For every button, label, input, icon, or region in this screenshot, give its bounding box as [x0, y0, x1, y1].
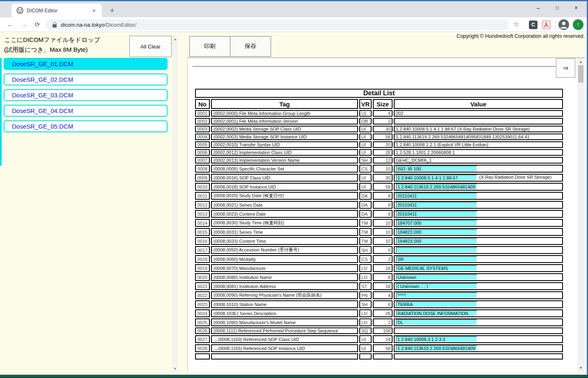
value-input[interactable] — [396, 202, 477, 208]
row-size: 12 — [373, 157, 393, 164]
row-tag: (0002,0000) File Meta Information Group … — [211, 110, 358, 117]
row-size: 2 — [373, 255, 393, 263]
value-input[interactable] — [396, 247, 477, 253]
row-no: 0006 — [195, 149, 210, 156]
row-size: 8 — [373, 210, 393, 218]
new-tab-button[interactable]: + — [107, 5, 117, 16]
table-row: 0014(0008,0030) Study Time (検査時刻)TM10 — [195, 219, 563, 227]
back-icon[interactable]: ← — [5, 19, 16, 30]
detail-table: Detail List NoTagVRSizeValue 0001(0002,0… — [194, 88, 564, 361]
table-row: 0002(0002,0001) File Meta Information Ve… — [195, 118, 563, 124]
tab-close-icon[interactable]: × — [90, 7, 98, 14]
row-vr: TM — [359, 237, 372, 245]
row-size: 10 — [373, 228, 393, 236]
value-input[interactable] — [396, 345, 477, 351]
value-input[interactable] — [396, 336, 477, 342]
row-vr: UI — [359, 174, 372, 182]
all-clear-button[interactable]: All Clear — [129, 36, 172, 57]
column-header: Tag — [211, 99, 358, 109]
value-input[interactable] — [396, 238, 477, 244]
value-input[interactable] — [396, 292, 477, 298]
file-item[interactable]: DoseSR_GE_04.DCM — [4, 105, 168, 117]
forward-icon[interactable]: → — [19, 19, 30, 30]
maximize-button[interactable]: □ — [548, 1, 567, 15]
row-size: 106 — [373, 327, 393, 334]
value-input[interactable] — [396, 175, 477, 181]
close-button[interactable]: × — [567, 1, 586, 15]
row-tag: (0002,0010) Transfer Syntax UID — [211, 141, 358, 148]
lock-icon[interactable] — [53, 22, 57, 28]
row-tag: (0008,1090) Manufacturer's Model Name — [211, 318, 358, 326]
value-input[interactable] — [396, 274, 477, 280]
sidebar-scrollbar[interactable]: ▲ ▼ — [172, 36, 178, 372]
row-vr: LO — [359, 318, 372, 326]
address-bar[interactable]: dicom.na-na.tokyo/DicomEditor/ — [46, 19, 509, 30]
profile-avatar-icon[interactable] — [558, 19, 569, 30]
row-no: 0010 — [195, 183, 210, 191]
value-input[interactable] — [396, 229, 477, 235]
print-button[interactable]: 印刷 — [189, 36, 230, 57]
value-input[interactable] — [396, 193, 477, 199]
reload-icon[interactable]: ⟳ — [32, 19, 43, 30]
row-value: 1.2.840.10008.1.2.1 (Explicit VR Little … — [394, 141, 563, 148]
row-tag: (0008,0070) Manufacturer — [211, 264, 358, 272]
window-bottom-border — [0, 375, 588, 378]
value-input[interactable] — [396, 319, 477, 325]
row-size: 4 — [373, 110, 393, 117]
row-vr: UI — [359, 141, 372, 148]
extension-c-icon[interactable]: C — [529, 21, 537, 29]
scroll-down-icon[interactable]: ▼ — [577, 366, 584, 370]
row-no: 0003 — [195, 126, 210, 132]
row-value — [394, 183, 563, 191]
panel-scrollbar[interactable]: ▲ ▼ — [577, 58, 584, 372]
value-input[interactable] — [396, 220, 477, 226]
row-tag: →(0008,1155) Referenced SOP Instance UID — [211, 344, 358, 352]
browser-tab-strip: DICOM Editor × + – □ × — [0, 1, 588, 17]
table-row: 0016(0008,0033) Content TimeTM10 — [195, 237, 563, 245]
value-input[interactable] — [396, 166, 477, 172]
file-item[interactable]: DoseSR_GE_05.DCM — [4, 120, 168, 132]
value-input[interactable] — [396, 265, 477, 271]
value-input[interactable] — [396, 310, 477, 316]
value-input[interactable] — [396, 184, 477, 190]
row-tag: (0008,0021) Series Date — [211, 201, 358, 209]
value-input[interactable] — [396, 301, 477, 307]
table-row: 0007(0002,0013) Implementation Version N… — [195, 157, 563, 164]
row-tag: (0008,1010) Station Name — [211, 300, 358, 308]
file-item[interactable]: DoseSR_GE_01.DCM — [4, 58, 168, 70]
table-row: 0012(0008,0021) Series DateDA8 — [195, 201, 563, 209]
url-text[interactable]: dicom.na-na.tokyo/DicomEditor/ — [61, 22, 136, 28]
row-value: 202 — [394, 110, 563, 117]
row-tag: (0008,0005) Specific Character Set — [211, 165, 358, 173]
row-size — [373, 353, 393, 360]
scroll-up-icon[interactable]: ▲ — [577, 60, 584, 64]
scroll-up-icon[interactable]: ▲ — [172, 37, 178, 41]
row-value — [394, 210, 563, 218]
browser-tab[interactable]: DICOM Editor × — [11, 4, 102, 17]
row-value — [394, 335, 563, 343]
bookmark-star-icon[interactable]: ☆ — [513, 20, 519, 28]
row-size: 2 — [373, 318, 393, 326]
table-row: 0025(0008,1090) Manufacturer's Model Nam… — [195, 318, 563, 326]
value-input[interactable] — [396, 256, 477, 262]
extension-pdf-icon[interactable]: 人 — [542, 21, 551, 29]
browser-update-icon[interactable]: ↑ — [573, 19, 583, 30]
value-input[interactable] — [396, 211, 477, 217]
row-vr: TM — [359, 228, 372, 236]
row-value: (X-Ray Radiation Dose SR Storage) — [394, 174, 563, 182]
value-input[interactable] — [396, 283, 477, 289]
row-value — [394, 264, 563, 272]
save-button[interactable]: 保存 — [230, 36, 271, 57]
row-vr: ST — [359, 282, 372, 290]
scroll-down-icon[interactable]: ▼ — [172, 367, 178, 371]
minimize-button[interactable]: – — [529, 1, 548, 15]
row-vr: OB — [359, 118, 372, 124]
row-no: 0025 — [195, 318, 210, 326]
file-item[interactable]: DoseSR_GE_02.DCM — [4, 74, 168, 85]
row-value — [394, 273, 563, 281]
next-page-button[interactable]: ⇒ — [556, 58, 575, 78]
scrollbar-thumb[interactable] — [578, 65, 583, 83]
drop-hint-line1: ここにDICOMファイルをドロップ — [4, 35, 100, 45]
drop-hint-line2: (試用版につき、Max 8M Byte) — [4, 45, 100, 55]
file-item[interactable]: DoseSR_GE_03.DCM — [4, 89, 168, 101]
